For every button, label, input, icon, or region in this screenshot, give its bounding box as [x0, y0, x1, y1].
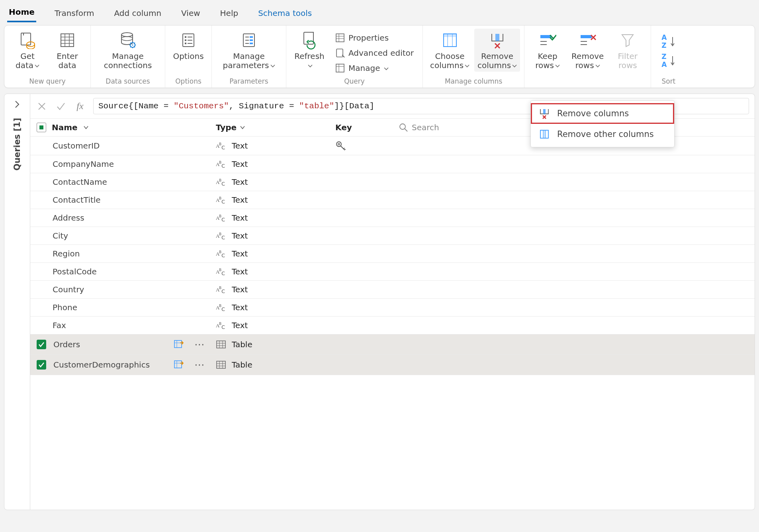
- tab-transform[interactable]: Transform: [53, 5, 96, 22]
- more-icon[interactable]: ⋯: [191, 359, 208, 371]
- svg-text:C: C: [221, 324, 225, 330]
- text-type-icon: ABC: [216, 267, 226, 276]
- filter-rows-label: Filterrows: [618, 52, 638, 70]
- sort-desc-button[interactable]: ZA: [659, 52, 678, 69]
- text-type-icon: ABC: [216, 285, 226, 294]
- enter-data-label: Enterdata: [57, 52, 78, 70]
- options-button[interactable]: Options: [169, 29, 207, 63]
- group-label-parameters: Parameters: [212, 76, 286, 88]
- manage-parameters-button[interactable]: Manageparameters: [216, 29, 282, 72]
- get-data-button[interactable]: Getdata: [8, 29, 47, 72]
- column-row[interactable]: AddressABCText: [30, 209, 755, 227]
- row-checkbox[interactable]: [37, 340, 46, 349]
- column-name: Phone: [53, 303, 77, 312]
- column-row[interactable]: FaxABCText: [30, 317, 755, 334]
- column-row[interactable]: CountryABCText: [30, 281, 755, 299]
- column-name: City: [53, 231, 68, 241]
- dropdown-remove-columns[interactable]: Remove columns: [531, 103, 674, 124]
- select-all-checkbox[interactable]: [37, 123, 46, 132]
- choose-columns-button[interactable]: Choosecolumns: [427, 29, 473, 72]
- refresh-icon: [300, 30, 319, 50]
- refresh-button[interactable]: Refresh: [290, 29, 329, 72]
- svg-text:C: C: [221, 199, 225, 204]
- manage-connections-button[interactable]: Manageconnections: [95, 29, 161, 72]
- fx-icon[interactable]: fx: [74, 100, 86, 112]
- group-label-reduce-rows: [524, 76, 651, 88]
- column-row[interactable]: CityABCText: [30, 227, 755, 245]
- remove-rows-button[interactable]: Removerows: [568, 29, 607, 72]
- search-icon: [399, 123, 408, 132]
- column-name: CustomerID: [53, 141, 100, 151]
- columns-list: CustomerIDABCTextCompanyNameABCTextConta…: [30, 137, 755, 510]
- column-row[interactable]: CompanyNameABCText: [30, 155, 755, 173]
- column-row[interactable]: ContactNameABCText: [30, 173, 755, 191]
- dropdown-remove-other-columns-label: Remove other columns: [557, 129, 654, 139]
- expand-icon[interactable]: [174, 360, 184, 370]
- tab-help[interactable]: Help: [219, 5, 240, 22]
- column-name: ContactTitle: [53, 195, 101, 205]
- filter-rows-button[interactable]: Filterrows: [608, 29, 647, 72]
- remove-columns-label: Removecolumns: [477, 52, 517, 70]
- keep-rows-button[interactable]: Keeprows: [528, 29, 567, 72]
- text-type-icon: ABC: [216, 213, 226, 222]
- remove-columns-button[interactable]: Removecolumns: [474, 29, 520, 72]
- remove-other-columns-small-icon: [539, 129, 550, 140]
- column-row[interactable]: RegionABCText: [30, 245, 755, 263]
- cancel-formula-button[interactable]: [36, 100, 48, 112]
- sort-asc-button[interactable]: AZ: [659, 33, 678, 50]
- advanced-editor-button[interactable]: Advanced editor: [332, 46, 417, 60]
- header-type[interactable]: Type: [216, 123, 327, 132]
- keep-rows-label: Keeprows: [535, 52, 560, 70]
- column-name: CustomerDemographics: [53, 360, 150, 370]
- row-checkbox[interactable]: [37, 360, 46, 370]
- get-data-label: Getdata: [16, 52, 39, 70]
- header-key: Key: [335, 123, 391, 132]
- svg-rect-27: [336, 34, 344, 42]
- manage-connections-label: Manageconnections: [104, 52, 152, 70]
- workspace: Queries [1] fx Source{[Name = "Customers…: [4, 94, 755, 510]
- tab-view[interactable]: View: [180, 5, 201, 22]
- svg-rect-24: [250, 43, 253, 44]
- manage-button[interactable]: Manage: [332, 61, 417, 75]
- tab-schema-tools[interactable]: Schema tools: [256, 5, 313, 22]
- remove-rows-label: Removerows: [571, 52, 604, 70]
- column-row[interactable]: Orders⋯Table: [30, 334, 755, 355]
- expand-queries-button[interactable]: [11, 98, 23, 111]
- search-input[interactable]: Search: [399, 123, 439, 132]
- commit-formula-button[interactable]: [55, 100, 67, 112]
- tab-home[interactable]: Home: [7, 4, 36, 22]
- filter-rows-icon: [620, 30, 636, 50]
- svg-text:C: C: [221, 163, 225, 168]
- svg-text:C: C: [221, 306, 225, 312]
- group-label-new-query: New query: [4, 76, 90, 88]
- queries-label[interactable]: Queries [1]: [12, 118, 22, 170]
- remove-columns-small-icon: [539, 108, 550, 119]
- text-type-icon: ABC: [216, 231, 226, 240]
- group-manage-columns: Choosecolumns Removecolumns Manage colum…: [423, 25, 524, 88]
- tab-add-column[interactable]: Add column: [112, 5, 163, 22]
- column-row[interactable]: PostalCodeABCText: [30, 263, 755, 281]
- group-parameters: Manageparameters Parameters: [212, 25, 286, 88]
- column-row[interactable]: PhoneABCText: [30, 299, 755, 317]
- header-name[interactable]: Name: [37, 123, 208, 132]
- more-icon[interactable]: ⋯: [191, 338, 208, 350]
- dropdown-remove-other-columns[interactable]: Remove other columns: [531, 124, 674, 145]
- manage-icon: [335, 63, 345, 73]
- svg-rect-48: [543, 130, 546, 138]
- dropdown-remove-columns-label: Remove columns: [557, 109, 629, 118]
- expand-icon[interactable]: [174, 340, 184, 349]
- group-query: Refresh Properties Advanced editor Manag…: [286, 25, 423, 88]
- type-label: Text: [232, 177, 248, 187]
- column-name: Region: [53, 249, 80, 258]
- svg-rect-31: [336, 49, 343, 57]
- enter-data-button[interactable]: Enterdata: [48, 29, 86, 72]
- keep-rows-icon: [539, 30, 556, 50]
- svg-point-8: [121, 33, 133, 37]
- properties-button[interactable]: Properties: [332, 31, 417, 45]
- ribbon-tabs: Home Transform Add column View Help Sche…: [0, 0, 759, 22]
- svg-rect-20: [250, 36, 253, 38]
- column-row[interactable]: ContactTitleABCText: [30, 191, 755, 209]
- options-label: Options: [173, 52, 203, 61]
- column-name: Fax: [53, 321, 66, 330]
- column-row[interactable]: CustomerDemographics⋯Table: [30, 355, 755, 375]
